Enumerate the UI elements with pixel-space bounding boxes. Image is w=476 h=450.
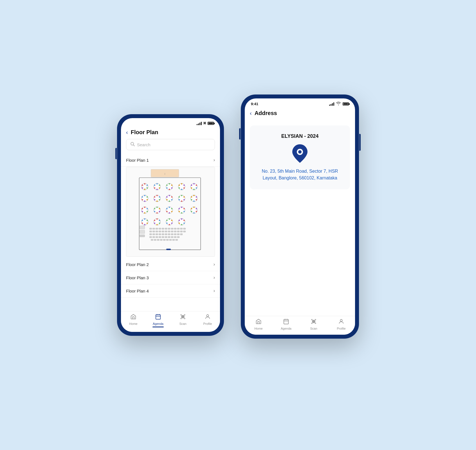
svg-point-204 [298, 150, 302, 154]
back-button-2[interactable]: ‹ [250, 110, 252, 116]
svg-point-124 [154, 220, 155, 221]
profile-icon-1 [205, 314, 211, 321]
floor-plan-list: Floor Plan 1 › | [121, 154, 220, 298]
svg-text:|: | [165, 172, 165, 175]
svg-rect-144 [165, 228, 167, 230]
svg-rect-192 [176, 239, 178, 240]
svg-point-25 [166, 187, 168, 189]
svg-rect-199 [183, 315, 184, 316]
svg-point-81 [142, 211, 143, 212]
battery-icon [208, 122, 214, 125]
svg-point-71 [196, 196, 197, 198]
bottom-nav-2: Home Agenda [245, 316, 355, 335]
svg-rect-189 [166, 239, 169, 240]
back-button-1[interactable]: ‹ [126, 129, 128, 136]
svg-rect-159 [174, 231, 176, 232]
svg-point-117 [142, 220, 143, 221]
chevron-right-icon-2: › [214, 262, 215, 267]
svg-rect-156 [165, 231, 167, 232]
svg-rect-140 [152, 228, 155, 230]
svg-point-9 [147, 187, 148, 189]
svg-point-80 [144, 212, 145, 213]
svg-point-31 [181, 189, 182, 190]
page-header-2: ‹ Address [245, 108, 355, 120]
floor-plan-item-3[interactable]: Floor Plan 3 › [121, 271, 220, 284]
phone-1: ⌘ ‹ Floor Plan Search [117, 114, 224, 336]
svg-point-130 [166, 222, 168, 224]
svg-point-99 [183, 208, 185, 210]
phone-2: 9:41 [241, 94, 359, 339]
floor-plan-item-4[interactable]: Floor Plan 4 › [121, 284, 220, 298]
nav-agenda-2[interactable]: Agenda [278, 318, 295, 330]
nav-profile-2[interactable]: Profile [333, 318, 350, 330]
svg-point-67 [179, 199, 180, 201]
svg-point-39 [191, 187, 192, 189]
svg-point-108 [193, 212, 195, 213]
svg-point-95 [166, 211, 168, 212]
address-card: ELYSIAN - 2024 No. 23, 5th Main Road, Se… [250, 125, 350, 189]
svg-point-126 [169, 218, 170, 220]
event-title: ELYSIAN - 2024 [281, 133, 318, 139]
svg-rect-173 [180, 234, 183, 235]
svg-point-59 [169, 201, 170, 202]
status-bar-2: 9:41 [245, 98, 355, 108]
nav-agenda-1[interactable]: Agenda [150, 314, 167, 327]
svg-rect-198 [181, 315, 183, 316]
svg-point-107 [196, 211, 197, 212]
status-icons-2 [329, 102, 349, 106]
svg-point-65 [183, 199, 185, 201]
svg-point-47 [142, 196, 143, 198]
svg-point-91 [169, 207, 170, 208]
svg-rect-150 [183, 228, 186, 230]
floor-plan-label-1: Floor Plan 1 [126, 158, 149, 163]
svg-rect-176 [156, 236, 158, 238]
nav-home-label-1: Home [129, 322, 137, 325]
floor-plan-label-4: Floor Plan 4 [126, 289, 149, 293]
svg-rect-178 [162, 236, 164, 238]
search-bar[interactable]: Search [126, 139, 215, 150]
nav-agenda-label-1: Agenda [153, 322, 163, 325]
svg-point-119 [156, 218, 158, 220]
nav-scan-2[interactable]: Scan [305, 318, 322, 330]
svg-point-37 [196, 187, 197, 189]
svg-rect-179 [165, 236, 167, 238]
svg-point-30 [183, 187, 185, 189]
svg-rect-163 [149, 234, 152, 235]
svg-line-1 [133, 145, 134, 146]
floor-plan-item-2[interactable]: Floor Plan 2 › [121, 258, 220, 271]
svg-point-73 [193, 201, 195, 202]
svg-rect-158 [171, 231, 173, 232]
svg-point-15 [159, 184, 160, 186]
nav-scan-1[interactable]: Scan [174, 314, 191, 327]
svg-point-93 [171, 211, 172, 212]
nav-agenda-label-2: Agenda [281, 327, 291, 330]
svg-point-29 [183, 184, 185, 186]
svg-point-102 [179, 211, 180, 212]
svg-rect-186 [157, 239, 159, 240]
svg-point-131 [166, 220, 168, 221]
nav-home-2[interactable]: Home [250, 318, 267, 330]
nav-profile-1[interactable]: Profile [199, 314, 216, 327]
svg-point-40 [191, 184, 192, 186]
svg-point-35 [193, 183, 195, 184]
svg-rect-155 [162, 231, 164, 232]
home-icon-1 [130, 314, 136, 321]
search-input[interactable]: Search [137, 142, 151, 147]
svg-rect-184 [151, 239, 153, 240]
svg-point-129 [169, 224, 170, 225]
svg-point-46 [142, 199, 143, 201]
svg-rect-162 [183, 231, 186, 232]
floor-plan-label-2: Floor Plan 2 [126, 262, 149, 267]
svg-point-137 [179, 222, 180, 224]
floor-plan-item-1[interactable]: Floor Plan 1 › [121, 154, 220, 167]
svg-point-85 [159, 208, 160, 210]
svg-point-60 [166, 199, 168, 201]
floor-plan-label-3: Floor Plan 3 [126, 275, 149, 280]
svg-rect-153 [156, 231, 158, 232]
svg-point-120 [159, 220, 160, 221]
nav-home-1[interactable]: Home [125, 314, 142, 327]
svg-point-66 [181, 201, 182, 202]
svg-rect-206 [312, 320, 313, 321]
svg-point-94 [169, 212, 170, 213]
svg-rect-185 [154, 239, 156, 240]
